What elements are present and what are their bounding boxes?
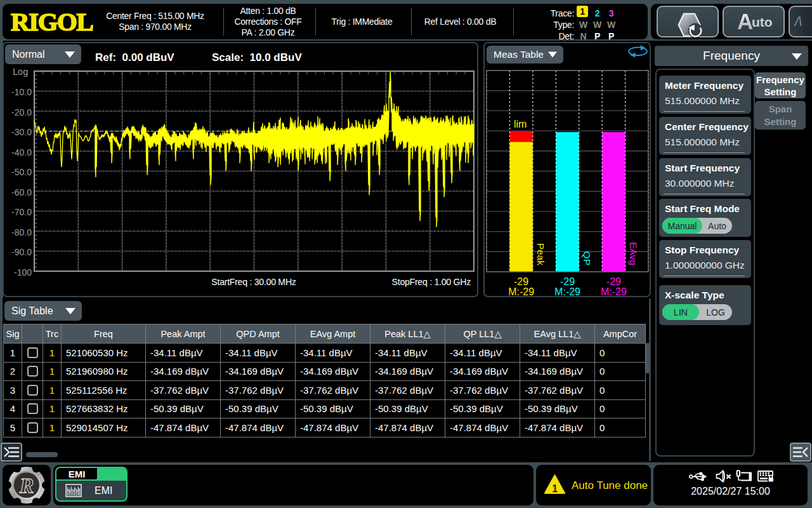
svg-text:QP: QP <box>582 251 593 265</box>
svg-text:StopFreq : 1.00 GHz: StopFreq : 1.00 GHz <box>392 277 471 287</box>
svg-text:-90.0: -90.0 <box>11 247 32 257</box>
svg-text:M:-29: M:-29 <box>508 286 534 296</box>
svg-text:-10.0: -10.0 <box>11 87 32 97</box>
svg-text:-80.0: -80.0 <box>11 227 32 237</box>
svg-text:-60.0: -60.0 <box>11 187 32 197</box>
svg-text:M:-29: M:-29 <box>601 286 627 296</box>
svg-text:-30.0: -30.0 <box>11 127 32 137</box>
svg-text:R: R <box>19 474 34 497</box>
svg-text:-29: -29 <box>606 276 621 287</box>
svg-text:1: 1 <box>552 483 558 494</box>
svg-text:StartFreq : 30.00 MHz: StartFreq : 30.00 MHz <box>211 277 296 287</box>
svg-text:EAvg: EAvg <box>628 242 639 265</box>
svg-text:-100: -100 <box>14 267 32 277</box>
svg-text:M:-29: M:-29 <box>554 286 580 296</box>
svg-text:-20.0: -20.0 <box>11 107 32 117</box>
svg-text:-29: -29 <box>560 276 575 287</box>
svg-text:Peak: Peak <box>535 243 546 266</box>
svg-text:lim: lim <box>514 119 527 130</box>
svg-text:Log: Log <box>13 67 28 77</box>
svg-text:-40.0: -40.0 <box>11 147 32 157</box>
svg-text:-29: -29 <box>514 276 528 287</box>
svg-text:-50.0: -50.0 <box>11 167 32 177</box>
svg-text:-70.0: -70.0 <box>11 207 32 217</box>
